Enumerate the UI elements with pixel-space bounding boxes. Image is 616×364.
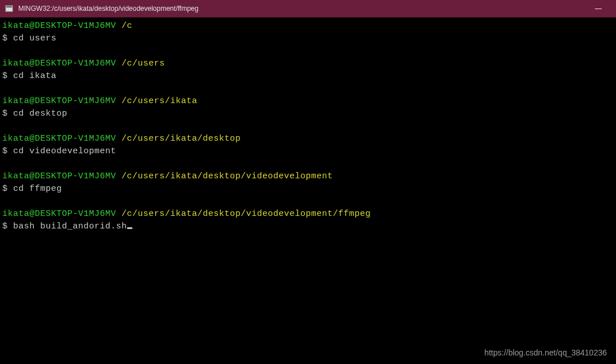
prompt-symbol: $ [2, 109, 13, 118]
prompt-symbol: $ [2, 34, 13, 43]
window-titlebar: MINGW32:/c/users/ikata/desktop/videodeve… [0, 0, 616, 18]
prompt-symbol: $ [2, 71, 13, 81]
svg-rect-1 [6, 6, 13, 8]
terminal-area[interactable]: ikata@DESKTOP-V1MJ6MV /c $ cd users ikat… [0, 18, 616, 235]
command-text: cd ffmpeg [13, 184, 62, 194]
prompt-user: ikata@DESKTOP-V1MJ6MV [2, 21, 116, 31]
prompt-path: /c/users/ikata/desktop [121, 134, 241, 144]
terminal-icon [5, 4, 14, 13]
watermark-text: https://blog.csdn.net/qq_38410236 [484, 348, 607, 357]
cursor [127, 227, 132, 229]
prompt-user: ikata@DESKTOP-V1MJ6MV [2, 209, 116, 219]
prompt-user: ikata@DESKTOP-V1MJ6MV [2, 96, 116, 106]
window-title: MINGW32:/c/users/ikata/desktop/videodeve… [18, 5, 585, 13]
prompt-path: /c/users/ikata/desktop/videodevelopment [121, 171, 333, 181]
command-block: ikata@DESKTOP-V1MJ6MV /c $ cd users [2, 20, 614, 45]
command-block: ikata@DESKTOP-V1MJ6MV /c/users/ikata/des… [2, 170, 614, 195]
prompt-user: ikata@DESKTOP-V1MJ6MV [2, 134, 116, 144]
command-text: cd ikata [13, 71, 56, 81]
prompt-symbol: $ [2, 184, 13, 194]
command-block: ikata@DESKTOP-V1MJ6MV /c/users/ikata/des… [2, 208, 614, 233]
command-text: cd desktop [13, 109, 67, 118]
prompt-path: /c/users/ikata/desktop/videodevelopment/… [121, 209, 371, 219]
prompt-user: ikata@DESKTOP-V1MJ6MV [2, 59, 116, 68]
prompt-path: /c/users/ikata [121, 96, 197, 106]
prompt-path: /c [121, 21, 132, 31]
prompt-user: ikata@DESKTOP-V1MJ6MV [2, 171, 116, 181]
command-block: ikata@DESKTOP-V1MJ6MV /c/users $ cd ikat… [2, 58, 614, 83]
command-text: cd videodevelopment [13, 146, 116, 156]
prompt-symbol: $ [2, 146, 13, 156]
minimize-button[interactable]: — [585, 0, 611, 18]
prompt-symbol: $ [2, 222, 13, 231]
command-block: ikata@DESKTOP-V1MJ6MV /c/users/ikata/des… [2, 133, 614, 158]
command-text: bash build_andorid.sh [13, 222, 127, 231]
window-controls: — [585, 5, 611, 13]
command-text: cd users [13, 34, 56, 43]
command-block: ikata@DESKTOP-V1MJ6MV /c/users/ikata $ c… [2, 95, 614, 120]
prompt-path: /c/users [121, 59, 165, 68]
